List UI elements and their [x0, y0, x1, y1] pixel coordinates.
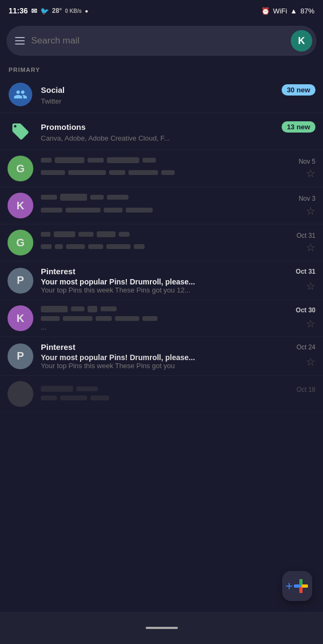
email-1-preview-blurred — [41, 170, 302, 175]
star-1[interactable]: ☆ — [306, 167, 315, 180]
promo-avatar — [9, 120, 32, 143]
network-display: 0 KB/s — [65, 8, 82, 14]
avatar-gray-1 — [8, 381, 33, 407]
star-3[interactable]: ☆ — [306, 241, 315, 254]
alarm-icon: ⏰ — [261, 7, 270, 15]
avatar-k-2: K — [8, 305, 33, 331]
email-5-content: Oct 30 ... ☆ — [41, 306, 315, 331]
promo-sender: Promotions — [41, 122, 85, 131]
email-item-5[interactable]: K Oct 30 ... ☆ — [0, 300, 323, 337]
email-4-content: Pinterest Oct 31 Your most popular Pins!… — [41, 267, 315, 294]
svg-rect-5 — [302, 584, 308, 588]
email-1-date: Nov 5 — [299, 158, 315, 165]
star-5[interactable]: ☆ — [306, 317, 315, 330]
hamburger-menu[interactable] — [15, 37, 25, 45]
email-1-content: Nov 5 ☆ — [41, 157, 315, 180]
email-3-date: Oct 31 — [297, 232, 315, 239]
wifi-icon: WiFi — [273, 7, 287, 15]
promo-badge: 13 new — [282, 121, 315, 133]
email-5-date: Oct 30 — [296, 306, 315, 314]
social-badge: 30 new — [282, 84, 315, 96]
email-item-6[interactable]: P Pinterest Oct 24 Your most popular Pin… — [0, 337, 323, 376]
bottom-pill — [146, 627, 178, 629]
email-5-dots: ... — [41, 323, 302, 331]
temp-display: 28° — [52, 7, 62, 14]
social-avatar — [9, 83, 32, 106]
email-7-preview-blurred — [41, 396, 315, 400]
status-right: ⏰ WiFi ▲ 87% — [261, 7, 314, 15]
social-preview: Twitter — [41, 97, 315, 105]
email-2-sender-blurred — [41, 194, 128, 201]
fab-icon: + — [285, 580, 293, 592]
battery-display: 87% — [300, 7, 314, 15]
user-avatar[interactable]: K — [291, 30, 312, 52]
social-icon-wrap — [8, 82, 33, 107]
social-content: Social 30 new Twitter — [41, 84, 315, 105]
email-1-sender-blurred — [41, 157, 156, 163]
category-promotions[interactable]: Promotions 13 new Canva, Adobe, Adobe Cr… — [0, 113, 323, 150]
email-4-date: Oct 31 — [296, 268, 315, 275]
email-2-content: Nov 3 ☆ — [41, 194, 315, 217]
search-bar[interactable]: K — [6, 26, 317, 56]
signal-icon: ▲ — [290, 7, 297, 15]
email-2-preview-blurred — [41, 208, 302, 213]
avatar-k-1: K — [8, 193, 33, 218]
email-7-sender-blurred — [41, 386, 98, 392]
email-item-7[interactable]: Oct 18 — [0, 376, 323, 413]
promo-preview: Canva, Adobe, Adobe Creative Cloud, F... — [41, 134, 315, 142]
email-3-preview-blurred — [41, 244, 302, 249]
email-6-preview: Your top Pins this week These Pins got y… — [41, 362, 302, 370]
avatar-g-2: G — [8, 230, 33, 255]
twitter-status-icon: 🐦 — [40, 7, 49, 15]
social-sender: Social — [41, 85, 64, 94]
section-primary-label: PRIMARY — [0, 60, 323, 76]
email-item-4[interactable]: P Pinterest Oct 31 Your most popular Pin… — [0, 261, 323, 300]
email-6-date: Oct 24 — [297, 343, 315, 351]
email-5-preview-blurred — [41, 316, 302, 321]
email-item-3[interactable]: G Oct 31 ☆ — [0, 224, 323, 261]
avatar-p-2: P — [8, 343, 33, 369]
bottom-navigation — [0, 612, 323, 644]
avatar-p-1: P — [8, 268, 33, 294]
star-6[interactable]: ☆ — [306, 355, 315, 368]
email-5-sender-blurred — [41, 306, 117, 312]
dot-indicator: ● — [85, 8, 88, 14]
email-7-date: Oct 18 — [297, 386, 315, 393]
star-2[interactable]: ☆ — [306, 204, 315, 217]
email-status-icon: ✉ — [31, 7, 37, 15]
email-item-1[interactable]: G Nov 5 ☆ — [0, 150, 323, 187]
status-time: 11:36 ✉ 🐦 28° 0 KB/s ● — [9, 6, 88, 15]
email-4-sender: Pinterest — [41, 267, 75, 276]
promo-icon-wrap — [8, 119, 33, 144]
avatar-g-1: G — [8, 156, 33, 181]
email-6-subject: Your most popular Pins! Drumroll, please… — [41, 353, 302, 362]
status-bar: 11:36 ✉ 🐦 28° 0 KB/s ● ⏰ WiFi ▲ 87% — [0, 0, 323, 21]
email-3-content: Oct 31 ☆ — [41, 231, 315, 254]
email-2-date: Nov 3 — [299, 195, 315, 202]
search-input[interactable] — [31, 35, 291, 46]
email-item-2[interactable]: K Nov 3 ☆ — [0, 187, 323, 224]
email-4-subject: Your most popular Pins! Drumroll, please… — [41, 277, 302, 286]
promo-content: Promotions 13 new Canva, Adobe, Adobe Cr… — [41, 121, 315, 142]
compose-fab[interactable]: + — [282, 571, 312, 601]
time-display: 11:36 — [9, 6, 28, 15]
category-social[interactable]: Social 30 new Twitter — [0, 76, 323, 113]
email-6-content: Pinterest Oct 24 Your most popular Pins!… — [41, 342, 315, 370]
email-4-preview: Your top Pins this week These Pins got y… — [41, 286, 302, 294]
email-6-sender: Pinterest — [41, 342, 75, 352]
email-7-content: Oct 18 — [41, 386, 315, 402]
star-4[interactable]: ☆ — [306, 280, 315, 292]
email-3-sender-blurred — [41, 231, 130, 237]
